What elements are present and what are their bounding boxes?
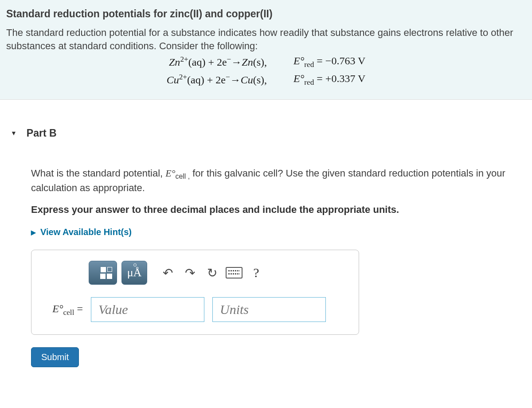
answer-toolbar: μÅ ↶ ↷ ↻ ?	[89, 261, 348, 285]
mu-angstrom-icon: μÅ	[127, 266, 142, 279]
equation-cu-left: Cu2+(aq) + 2e−→Cu(s),	[167, 73, 267, 87]
help-button[interactable]: ?	[247, 264, 265, 282]
redo-icon: ↷	[185, 266, 195, 280]
part-header[interactable]: ▼ Part B	[0, 100, 532, 144]
equation-zn-left: Zn2+(aq) + 2e−→Zn(s),	[167, 55, 267, 69]
reset-button[interactable]: ↻	[203, 264, 221, 282]
reset-icon: ↻	[207, 266, 217, 280]
keyboard-icon	[226, 267, 243, 279]
fraction-icon	[94, 265, 112, 281]
equation-cu-right: E°red = +0.337 V	[293, 73, 365, 87]
hints-label: View Available Hint(s)	[40, 227, 132, 237]
info-body: The standard reduction potential for a s…	[6, 27, 513, 51]
answer-input-row: E°cell =	[42, 297, 348, 322]
equations-block: Zn2+(aq) + 2e−→Zn(s), E°red = −0.763 V C…	[6, 55, 526, 87]
value-input[interactable]	[91, 297, 204, 322]
instruction-text: Express your answer to three decimal pla…	[31, 204, 521, 216]
answer-label: E°cell =	[42, 303, 83, 317]
info-body-text: The standard reduction potential for a s…	[6, 26, 526, 87]
keyboard-button[interactable]	[225, 264, 243, 282]
template-fraction-button[interactable]	[89, 261, 117, 285]
part-body: What is the standard potential, E°cell ,…	[0, 144, 532, 381]
undo-icon: ↶	[163, 266, 173, 280]
caret-down-icon: ▼	[11, 129, 17, 137]
undo-button[interactable]: ↶	[159, 264, 176, 282]
units-input[interactable]	[212, 297, 326, 322]
part-label: Part B	[27, 127, 57, 139]
equation-zn-right: E°red = −0.763 V	[293, 55, 365, 69]
info-panel: Standard reduction potentials for zinc(I…	[0, 0, 532, 100]
info-title: Standard reduction potentials for zinc(I…	[6, 8, 526, 20]
triangle-right-icon: ▶	[31, 229, 36, 236]
units-picker-button[interactable]: μÅ	[121, 261, 147, 285]
answer-box: μÅ ↶ ↷ ↻ ? E°cell =	[31, 250, 359, 335]
help-icon: ?	[253, 265, 259, 280]
submit-button[interactable]: Submit	[31, 347, 79, 367]
question-text: What is the standard potential, E°cell ,…	[31, 167, 521, 194]
redo-button[interactable]: ↷	[181, 264, 199, 282]
hints-toggle[interactable]: ▶ View Available Hint(s)	[31, 227, 521, 237]
